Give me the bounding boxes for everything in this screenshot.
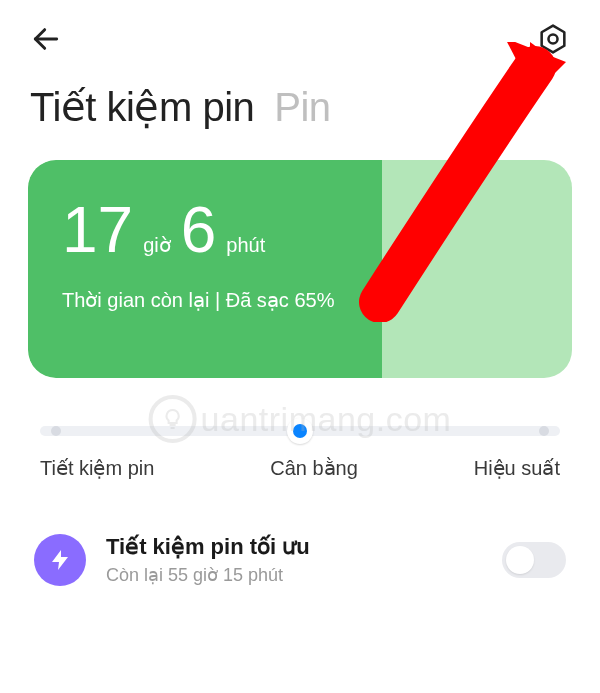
slider-thumb[interactable] [287,418,313,444]
svg-point-2 [548,34,557,43]
slider-label-balanced: Cân bằng [270,456,358,480]
svg-marker-1 [542,26,565,53]
tab-bar: Tiết kiệm pin Pin [0,66,600,160]
optimal-subtitle: Còn lại 55 giờ 15 phút [106,564,482,586]
slider-label-performance: Hiệu suất [474,456,560,480]
back-button[interactable] [30,23,62,55]
hours-unit: giờ [143,233,171,257]
mode-slider[interactable]: Tiết kiệm pin Cân bằng Hiệu suất [40,426,560,480]
optimal-toggle[interactable] [502,542,566,578]
minutes-value: 6 [181,198,217,262]
slider-label-saver: Tiết kiệm pin [40,456,154,480]
slider-tick-right [539,426,549,436]
minutes-unit: phút [226,234,265,257]
hours-value: 17 [62,198,133,262]
optimal-saver-row[interactable]: Tiết kiệm pin tối ưu Còn lại 55 giờ 15 p… [34,534,566,586]
tab-battery[interactable]: Pin [274,85,330,130]
battery-card: 17 giờ 6 phút Thời gian còn lại | Đã sạc… [28,160,572,378]
battery-status: Thời gian còn lại | Đã sạc 65% [62,288,538,312]
slider-tick-left [51,426,61,436]
slider-track[interactable] [40,426,560,436]
time-remaining: 17 giờ 6 phút [62,198,538,262]
optimal-title: Tiết kiệm pin tối ưu [106,534,482,560]
bolt-icon [34,534,86,586]
toggle-knob [506,546,534,574]
settings-button[interactable] [536,22,570,56]
tab-battery-saver[interactable]: Tiết kiệm pin [30,84,254,130]
